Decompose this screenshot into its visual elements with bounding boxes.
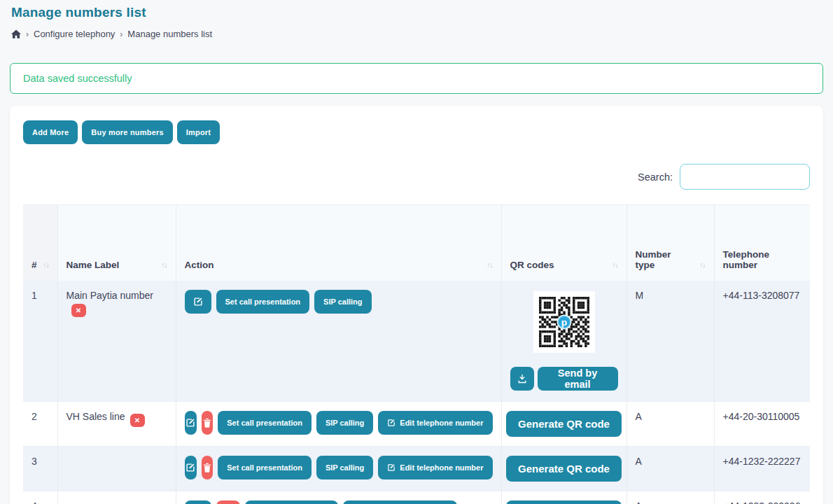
edit-button[interactable] <box>185 456 197 479</box>
header-number[interactable]: # ↑↓ <box>23 205 57 281</box>
header-name-label[interactable]: Name Label ↑↓ <box>57 205 176 281</box>
breadcrumb-separator: › <box>120 29 122 39</box>
action-cell: Set call presentation SIP calling <box>176 281 501 402</box>
qr-cell: Generate QR code <box>501 491 626 504</box>
generate-qr-button[interactable]: Generate QR code <box>506 500 622 504</box>
send-by-email-button[interactable]: Send by email <box>538 367 618 391</box>
qr-cell: Generate QR code <box>501 447 626 491</box>
name-label-cell: VH Sales line✕ <box>57 402 176 447</box>
table-header-row: # ↑↓ Name Label ↑↓ Action ↑↓ <box>23 205 810 281</box>
import-button[interactable]: Import <box>177 120 220 144</box>
edit-icon <box>193 297 203 307</box>
remove-number-badge[interactable]: ✕ <box>130 414 145 427</box>
row-number-cell: 3 <box>23 447 57 491</box>
set-call-presentation-button[interactable]: Set call presentation <box>218 456 312 479</box>
breadcrumb: › Configure telephony › Manage numbers l… <box>11 29 822 39</box>
sip-calling-button[interactable]: SIP calling <box>314 290 371 314</box>
delete-button[interactable] <box>202 456 213 479</box>
sip-calling-button[interactable]: SIP calling <box>316 411 373 435</box>
page-title: Manage numbers list <box>11 5 822 20</box>
telephone-cell: +44-20-30110005 <box>714 402 810 447</box>
download-icon <box>517 374 527 384</box>
set-call-presentation-button[interactable]: Set call presentation <box>245 500 339 504</box>
home-icon[interactable] <box>11 29 21 38</box>
row-number-cell: 2 <box>23 402 57 447</box>
qr-cell: Generate QR code <box>501 402 626 447</box>
telephone-cell: +44-113-3208077 <box>714 281 810 402</box>
remove-number-badge[interactable]: ✕ <box>71 304 86 317</box>
telephone-cell: +44-1232-222227 <box>714 447 810 491</box>
add-more-button[interactable]: Add More <box>23 120 78 144</box>
x-icon: ✕ <box>76 307 81 314</box>
table-row: 1 Main Paytia number✕ Set call presentat… <box>23 281 810 402</box>
header-action[interactable]: Action ↑↓ <box>176 205 501 281</box>
breadcrumb-item-manage-numbers: Manage numbers list <box>127 29 212 39</box>
set-call-presentation-button[interactable]: Set call presentation <box>218 411 312 435</box>
edit-icon <box>387 463 396 472</box>
set-call-presentation-button[interactable]: Set call presentation <box>216 290 310 314</box>
header-number-type[interactable]: Number type ↑↓ <box>626 205 714 281</box>
number-type-cell: A <box>626 447 714 491</box>
numbers-table: # ↑↓ Name Label ↑↓ Action ↑↓ <box>23 204 810 504</box>
sip-calling-button[interactable]: SIP calling <box>316 456 373 479</box>
edit-button[interactable] <box>185 290 211 314</box>
success-alert-message: Data saved successfully <box>23 73 132 84</box>
breadcrumb-item-configure-telephony[interactable]: Configure telephony <box>34 29 115 39</box>
action-cell: Set call presentation SIP calling Edit t… <box>176 402 501 447</box>
qr-code-image: p <box>533 291 595 353</box>
delete-button[interactable] <box>202 411 213 435</box>
edit-telephone-number-button[interactable]: Edit telephone number <box>378 411 492 435</box>
buy-more-numbers-button[interactable]: Buy more numbers <box>82 120 172 144</box>
search-row: Search: <box>23 164 810 190</box>
action-cell: Set call presentation SIP calling Edit t… <box>176 447 501 491</box>
generate-qr-button[interactable]: Generate QR code <box>506 456 622 482</box>
row-number-cell: 1 <box>23 281 57 402</box>
header-qr-codes[interactable]: QR codes ↑↓ <box>501 205 626 281</box>
table-row: 4 <box>23 491 810 504</box>
edit-icon <box>186 418 195 428</box>
table-row: 3 <box>23 447 810 491</box>
edit-button[interactable] <box>185 411 197 435</box>
trash-icon <box>203 463 211 472</box>
trash-icon <box>203 418 211 428</box>
number-type-cell: A <box>626 402 714 447</box>
search-input[interactable] <box>680 164 810 190</box>
edit-telephone-number-button[interactable]: Edit telephone number <box>378 456 492 479</box>
x-icon: ✕ <box>134 416 140 424</box>
qr-cell: p Send by email <box>501 281 626 402</box>
row-number-cell: 4 <box>23 491 57 504</box>
edit-icon <box>387 419 396 427</box>
action-cell: Set call presentation Edit telephone num… <box>176 491 501 504</box>
download-qr-button[interactable] <box>510 367 534 391</box>
sort-icon: ↑↓ <box>486 260 493 270</box>
content-card: Add More Buy more numbers Import Search:… <box>10 106 823 504</box>
success-alert: Data saved successfully <box>10 63 823 94</box>
numbers-table-wrap: # ↑↓ Name Label ↑↓ Action ↑↓ <box>23 204 810 504</box>
name-label-cell: Main Paytia number✕ <box>57 281 176 402</box>
delete-button[interactable] <box>216 500 240 504</box>
number-type-cell: A <box>626 491 714 504</box>
breadcrumb-separator: › <box>26 29 29 39</box>
generate-qr-button[interactable]: Generate QR code <box>506 411 622 437</box>
sort-icon: ↑↓ <box>161 260 167 270</box>
table-row: 2 VH Sales line✕ <box>23 402 810 447</box>
sort-icon: ↑↓ <box>612 260 618 270</box>
svg-text:p: p <box>561 316 566 327</box>
edit-telephone-number-button[interactable]: Edit telephone number <box>343 500 457 504</box>
sort-icon: ↑↓ <box>43 260 50 270</box>
edit-button[interactable] <box>185 500 211 504</box>
search-label: Search: <box>638 172 673 183</box>
page-header: Manage numbers list › Configure telephon… <box>0 0 833 39</box>
name-label-cell <box>57 491 176 504</box>
header-telephone-number[interactable]: Telephone number <box>714 205 810 281</box>
toolbar: Add More Buy more numbers Import <box>23 120 810 144</box>
sort-icon: ↑↓ <box>699 260 706 270</box>
edit-icon <box>186 463 195 472</box>
name-label-cell <box>57 447 176 491</box>
telephone-cell: +44-1232-222226 <box>714 491 810 504</box>
number-type-cell: M <box>626 281 714 402</box>
